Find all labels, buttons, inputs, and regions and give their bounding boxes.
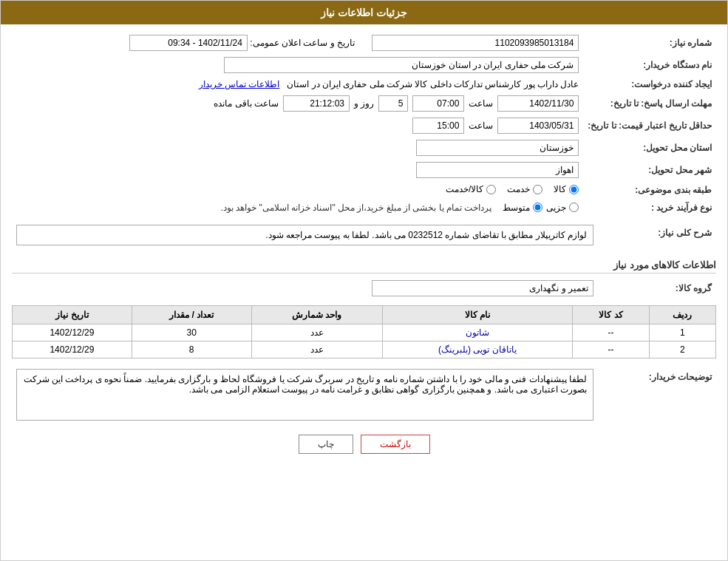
main-info-table: شماره نیاز: تاریخ و ساعت اعلان عمومی: نا… (12, 32, 716, 216)
ijad-konande-text: عادل داراب پور کارشناس تدارکات داخلی کال… (287, 79, 579, 89)
ostan-label: استان محل تحویل: (583, 137, 716, 159)
noe-pravand-label: نوع فرآیند خرید : (583, 200, 716, 216)
print-button[interactable]: چاپ (299, 435, 353, 454)
cell-vahed: عدد (251, 324, 382, 341)
tabaqe-value: کالا خدمت کالا/خدمت (12, 181, 583, 200)
goods-table: ردیف کد کالا نام کالا واحد شمارش تعداد /… (12, 305, 716, 358)
mande-input (283, 95, 350, 112)
tarikh-niaz-input (497, 95, 579, 112)
ijad-konande-row: ایجاد کننده درخواست: عادل داراب پور کارش… (12, 76, 716, 92)
buyer-note-label: توضیحات خریدار: (598, 366, 716, 424)
buyer-note-row: توضیحات خریدار: لطفا پیشنهادات فنی و مال… (12, 366, 716, 424)
noe-motevaset-option[interactable]: متوسط (503, 203, 542, 213)
sharh-table: شرح کلی نیاز: لوازم کاتریپلار مطابق با ت… (12, 222, 716, 252)
shahr-row: شهر محل تحویل: (12, 159, 716, 181)
ijad-konande-label: ایجاد کننده درخواست: (583, 76, 716, 92)
nam-dastgah-row: نام دستگاه خریدار: (12, 54, 716, 76)
tabaqe-kala-khedmat-option[interactable]: کالا/خدمت (446, 184, 496, 194)
back-button[interactable]: بازگشت (361, 435, 430, 454)
page-title: جزئیات اطلاعات نیاز (321, 7, 407, 18)
geroh-row: گروه کالا: (12, 277, 716, 299)
shomare-niaz-row: شماره نیاز: تاریخ و ساعت اعلان عمومی: (12, 32, 716, 54)
col-kod: کد کالا (573, 305, 650, 324)
shomare-niaz-input (372, 35, 579, 51)
cell-name: شاتون (382, 324, 573, 341)
tabaqe-kala-khedmat-radio[interactable] (486, 185, 496, 194)
saat-label-2: ساعت (469, 120, 493, 131)
content-area: شماره نیاز: تاریخ و ساعت اعلان عمومی: نا… (1, 24, 727, 472)
tabaqe-khedmat-option[interactable]: خدمت (507, 184, 542, 194)
shomare-niaz-value: تاریخ و ساعت اعلان عمومی: (12, 32, 583, 54)
tarikh-etebar-value: ساعت (12, 115, 583, 137)
mohlat-row: مهلت ارسال پاسخ: تا تاریخ: ساعت روز و سا… (12, 92, 716, 115)
tabaqe-label: طبقه بندی موضوعی: (583, 181, 716, 200)
ittilaat-tamas-link[interactable]: اطلاعات تماس خریدار (199, 79, 280, 89)
cell-tedad: 30 (132, 324, 251, 341)
cell-tarikh: 1402/12/29 (13, 324, 132, 341)
col-vahed: واحد شمارش (251, 305, 382, 324)
saat-etebar-input (412, 118, 464, 134)
sharh-label: شرح کلی نیاز: (598, 222, 716, 252)
cell-kod: -- (573, 324, 650, 341)
ostan-input (416, 140, 579, 156)
noe-pravand-value: جزیی متوسط پرداخت تمام یا بخشی از مبلغ خ… (12, 200, 583, 216)
rooz-input (378, 95, 408, 112)
noe-jozi-radio[interactable] (569, 203, 579, 212)
tarikh-elan-label: تاریخ و ساعت اعلان عمومی: (250, 38, 355, 48)
buyer-note-value-cell: لطفا پیشنهادات فنی و مالی خود را با داشت… (12, 366, 598, 424)
noe-pravand-row: نوع فرآیند خرید : جزیی متوسط پرداخت تمام… (12, 200, 716, 216)
cell-radif: 2 (649, 341, 715, 358)
mohlat-value: ساعت روز و ساعت باقی مانده (12, 92, 583, 115)
cell-vahed: عدد (251, 341, 382, 358)
mohlat-label: مهلت ارسال پاسخ: تا تاریخ: (583, 92, 716, 115)
col-name: نام کالا (382, 305, 573, 324)
sharh-row: شرح کلی نیاز: لوازم کاتریپلار مطابق با ت… (12, 222, 716, 252)
col-tedad: تعداد / مقدار (132, 305, 251, 324)
saat-label: ساعت (469, 98, 493, 109)
noe-motevaset-radio[interactable] (533, 203, 542, 212)
cell-tarikh: 1402/12/29 (13, 341, 132, 358)
shahr-value (12, 159, 583, 181)
goods-body: 1 -- شاتون عدد 30 1402/12/29 2 -- یاتاقا… (13, 324, 716, 358)
tarikh-etebar-label: حداقل تاریخ اعتبار قیمت: تا تاریخ: (583, 115, 716, 137)
shomare-niaz-label: شماره نیاز: (583, 32, 716, 54)
tarikh-etebar-input (497, 118, 579, 134)
cell-tedad: 8 (132, 341, 251, 358)
sharh-text: لوازم کاتریپلار مطابق با تقاضای شماره 02… (265, 230, 587, 240)
buyer-note-box: لطفا پیشنهادات فنی و مالی خود را با داشت… (16, 369, 593, 421)
noe-note: پرداخت تمام یا بخشی از مبلغ خرید،از محل … (220, 203, 491, 213)
saat-mande-label: ساعت باقی مانده (214, 98, 279, 109)
ostan-row: استان محل تحویل: (12, 137, 716, 159)
col-radif: ردیف (649, 305, 715, 324)
bottom-buttons: بازگشت چاپ (12, 435, 716, 454)
nam-dastgah-input (224, 57, 579, 73)
buyer-note-table: توضیحات خریدار: لطفا پیشنهادات فنی و مال… (12, 366, 716, 424)
tabaqe-kala-option[interactable]: کالا (554, 184, 579, 194)
table-row: 1 -- شاتون عدد 30 1402/12/29 (13, 324, 716, 341)
saat-niaz-input (412, 95, 464, 112)
cell-radif: 1 (649, 324, 715, 341)
col-tarikh: تاریخ نیاز (13, 305, 132, 324)
sharh-box: لوازم کاتریپلار مطابق با تقاضای شماره 02… (16, 225, 593, 245)
rooz-label: روز و (354, 98, 374, 109)
nam-dastgah-label: نام دستگاه خریدار: (583, 54, 716, 76)
cell-kod: -- (573, 341, 650, 358)
cell-name: یاتاقان تویی (بلبرینگ) (382, 341, 573, 358)
nam-dastgah-value (12, 54, 583, 76)
tabaqe-row: طبقه بندی موضوعی: کالا خدمت کالا/خدمت (12, 181, 716, 200)
ijad-konande-value: عادل داراب پور کارشناس تدارکات داخلی کال… (12, 76, 583, 92)
tarikh-etebar-row: حداقل تاریخ اعتبار قیمت: تا تاریخ: ساعت (12, 115, 716, 137)
noe-jozi-option[interactable]: جزیی (546, 203, 579, 213)
geroh-value-cell (12, 277, 598, 299)
group-table: گروه کالا: (12, 277, 716, 299)
kala-info-title: اطلاعات کالاهای مورد نیاز (12, 259, 716, 273)
page-container: جزئیات اطلاعات نیاز شماره نیاز: تاریخ و … (0, 0, 728, 561)
shahr-label: شهر محل تحویل: (583, 159, 716, 181)
tabaqe-kala-radio[interactable] (569, 185, 579, 194)
goods-header-row: ردیف کد کالا نام کالا واحد شمارش تعداد /… (13, 305, 716, 324)
page-header: جزئیات اطلاعات نیاز (1, 1, 727, 24)
geroh-label: گروه کالا: (598, 277, 716, 299)
table-row: 2 -- یاتاقان تویی (بلبرینگ) عدد 8 1402/1… (13, 341, 716, 358)
sharh-value-cell: لوازم کاتریپلار مطابق با تقاضای شماره 02… (12, 222, 598, 252)
tabaqe-khedmat-radio[interactable] (533, 185, 542, 194)
